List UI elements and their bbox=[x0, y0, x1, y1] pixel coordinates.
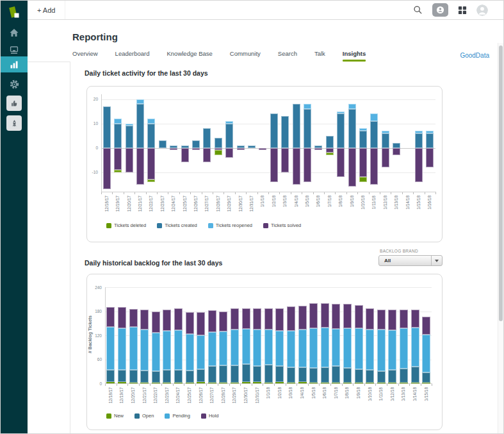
legend-item-tickets-deleted[interactable]: Tickets deleted bbox=[106, 222, 146, 228]
bar-segment-new bbox=[152, 383, 160, 383]
bar-segment-pending bbox=[264, 330, 273, 364]
tab-leaderboard[interactable]: Leaderboard bbox=[115, 50, 150, 62]
product-switcher-button[interactable] bbox=[432, 3, 448, 17]
chart2-title: Daily historical backlog for the last 30… bbox=[85, 259, 222, 267]
x-axis-label: 1/8/18 bbox=[345, 387, 350, 409]
bar-segment-new bbox=[298, 382, 307, 383]
legend-item-open[interactable]: Open bbox=[134, 413, 154, 419]
user-avatar[interactable] bbox=[476, 4, 488, 16]
bar-segment-tickets-solved bbox=[348, 148, 356, 187]
x-axis-label: 1/14/18 bbox=[412, 387, 418, 409]
bar-segment-tickets-solved bbox=[181, 148, 189, 163]
search-icon[interactable] bbox=[413, 5, 423, 15]
legend-item-tickets-created[interactable]: Tickets created bbox=[157, 222, 197, 228]
bar-segment-tickets-reopened bbox=[114, 119, 122, 124]
sidebar-item-admin[interactable] bbox=[1, 78, 28, 90]
bar-segment-hold bbox=[366, 308, 374, 330]
zendesk-logo-glyph bbox=[7, 6, 21, 20]
x-axis-label: 1/4/18 bbox=[300, 387, 305, 409]
bar-segment-hold bbox=[275, 308, 284, 331]
bar-segment-tickets-reopened bbox=[126, 124, 133, 126]
y-tick-label: 0 bbox=[84, 146, 98, 150]
bar-segment-new bbox=[163, 383, 171, 383]
bar-segment-pending bbox=[343, 328, 352, 367]
bar-segment-hold bbox=[298, 306, 307, 330]
chart-historical-backlog: 06012018024012/18/1712/19/1712/20/1712/2… bbox=[86, 274, 443, 430]
x-axis-label: 12/21/17 bbox=[138, 196, 143, 217]
tab-knowledge-base[interactable]: Knowledge Base bbox=[167, 50, 212, 62]
bar-segment-open bbox=[219, 365, 227, 383]
bar-segment-tickets-solved bbox=[382, 148, 389, 167]
legend-label: Tickets reopened bbox=[216, 222, 252, 228]
zendesk-logo-icon[interactable] bbox=[1, 5, 28, 21]
bar-segment-tickets-solved bbox=[415, 148, 423, 182]
bar-segment-tickets-reopened bbox=[225, 121, 233, 124]
bar-segment-open bbox=[275, 366, 284, 383]
bar-segment-open bbox=[366, 370, 374, 383]
bar-segment-tickets-solved bbox=[114, 148, 122, 170]
bar-segment-open bbox=[253, 366, 261, 383]
gear-icon bbox=[9, 79, 20, 90]
tab-community[interactable]: Community bbox=[230, 50, 261, 62]
bar-segment-hold bbox=[355, 305, 363, 328]
home-icon bbox=[9, 28, 19, 38]
backlog-brand-select[interactable]: All bbox=[378, 255, 443, 266]
bar-segment-tickets-created bbox=[114, 124, 122, 148]
dropdown-arrow-button[interactable] bbox=[431, 256, 442, 265]
x-axis-label: 1/3/18 bbox=[282, 196, 288, 217]
sidebar-item-onboarding[interactable] bbox=[6, 115, 22, 131]
sidebar-item-home[interactable] bbox=[1, 26, 28, 39]
bar-segment-pending bbox=[287, 331, 295, 367]
bar-segment-hold bbox=[129, 309, 138, 327]
bar-segment-tickets-created bbox=[203, 128, 211, 147]
x-axis-label: 12/28/17 bbox=[216, 196, 221, 217]
tab-talk[interactable]: Talk bbox=[314, 50, 325, 62]
bar-segment-pending bbox=[400, 328, 408, 369]
bar-segment-hold bbox=[287, 306, 295, 331]
bar-segment-hold bbox=[231, 308, 239, 330]
apps-grid-icon[interactable] bbox=[458, 6, 467, 15]
legend-item-new[interactable]: New bbox=[106, 413, 124, 419]
x-axis-label: 12/21/17 bbox=[142, 387, 147, 409]
x-axis-label: 1/10/18 bbox=[361, 196, 366, 217]
bar-segment-open bbox=[197, 369, 205, 381]
bar-segment-new bbox=[186, 383, 194, 383]
tab-overview[interactable]: Overview bbox=[72, 50, 98, 62]
sidebar-item-reporting[interactable] bbox=[1, 56, 28, 72]
scrollbar-thumb[interactable] bbox=[499, 46, 503, 321]
bar-segment-tickets-reopened bbox=[147, 119, 155, 124]
x-axis-label: 1/11/18 bbox=[378, 387, 384, 409]
x-axis-label: 12/29/17 bbox=[227, 196, 232, 217]
legend-item-pending[interactable]: Pending bbox=[165, 413, 190, 419]
add-button[interactable]: + Add bbox=[28, 1, 65, 19]
tab-search[interactable]: Search bbox=[278, 50, 297, 62]
bar-segment-hold bbox=[174, 308, 183, 330]
legend-item-tickets-solved[interactable]: Tickets solved bbox=[263, 222, 301, 228]
bar-segment-pending bbox=[298, 330, 307, 367]
bar-segment-tickets-solved bbox=[192, 148, 200, 151]
bar-segment-new bbox=[219, 383, 227, 383]
bar-segment-hold bbox=[152, 312, 160, 333]
x-axis-label: 12/18/17 bbox=[104, 196, 110, 217]
gooddata-link[interactable]: GoodData bbox=[460, 52, 489, 59]
x-axis-label: 1/12/18 bbox=[383, 196, 388, 217]
legend-label: Pending bbox=[172, 413, 190, 419]
tab-insights[interactable]: Insights bbox=[343, 50, 366, 62]
bar-segment-tickets-created bbox=[393, 143, 400, 148]
bar-segment-pending bbox=[219, 331, 227, 365]
legend-item-hold[interactable]: Hold bbox=[201, 413, 218, 419]
bar-segment-tickets-created bbox=[248, 146, 256, 148]
sidebar-item-feedback[interactable] bbox=[6, 96, 22, 111]
sidebar-item-views[interactable] bbox=[1, 44, 28, 56]
bar-segment-pending bbox=[253, 330, 261, 365]
bar-segment-tickets-reopened bbox=[136, 99, 144, 104]
bar-segment-pending bbox=[332, 329, 340, 366]
bar-segment-tickets-deleted bbox=[147, 179, 155, 182]
bar-segment-new bbox=[264, 383, 273, 383]
x-axis-label: 1/11/18 bbox=[371, 196, 377, 217]
legend-item-tickets-reopened[interactable]: Tickets reopened bbox=[208, 222, 252, 228]
bar-segment-tickets-solved bbox=[393, 148, 400, 155]
bar-segment-tickets-deleted bbox=[215, 150, 222, 155]
bar-segment-tickets-created bbox=[426, 133, 434, 148]
app-window: + Add bbox=[0, 0, 504, 434]
